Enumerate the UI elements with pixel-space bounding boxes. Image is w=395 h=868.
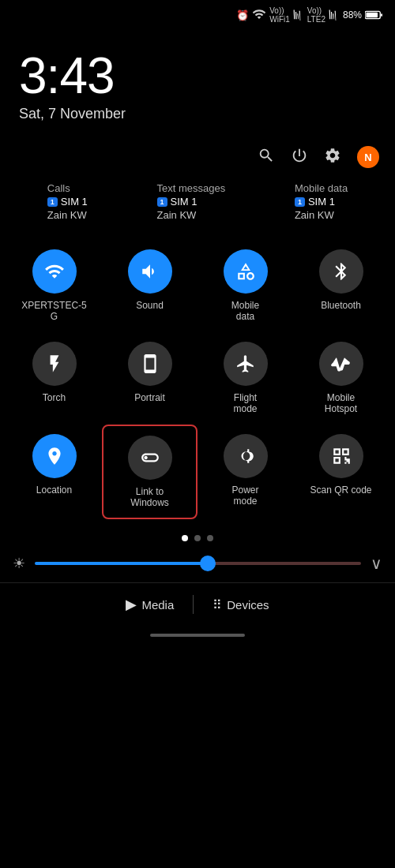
- svg-rect-2: [381, 13, 382, 17]
- text-label: Text messages: [157, 182, 226, 194]
- search-icon[interactable]: [258, 147, 275, 168]
- sim-data: Mobile data 1 SIM 1 Zain KW: [295, 182, 348, 221]
- brightness-low-icon: ☀: [13, 555, 25, 572]
- calls-sim-num: SIM 1: [61, 196, 88, 208]
- pagination-dots: [0, 526, 395, 548]
- dot-1[interactable]: [182, 535, 188, 541]
- signal2-icon: [329, 9, 340, 21]
- power-mode-label: Powermode: [231, 485, 258, 507]
- devices-label: Devices: [227, 598, 269, 612]
- brightness-expand-icon[interactable]: ∨: [371, 554, 382, 573]
- link-windows-circle: [128, 436, 172, 480]
- hotspot-circle: [319, 342, 363, 386]
- toggle-flight[interactable]: Flightmode: [198, 332, 293, 425]
- sound-label: Sound: [136, 300, 164, 311]
- bluetooth-label: Bluetooth: [321, 300, 361, 311]
- bluetooth-circle: [319, 249, 363, 294]
- calls-sim-badge: 1: [47, 197, 58, 207]
- signal1-label: Vo))WiFi1: [269, 6, 290, 24]
- time-section: 3:43 Sat, 7 November: [0, 27, 395, 138]
- calls-carrier: Zain KW: [47, 209, 87, 221]
- data-label: Mobile data: [295, 182, 348, 194]
- data-carrier: Zain KW: [295, 209, 334, 221]
- devices-icon: ⠿: [213, 597, 222, 612]
- toggle-power-mode[interactable]: Powermode: [198, 425, 293, 520]
- sim-calls: Calls 1 SIM 1 Zain KW: [47, 182, 88, 221]
- flight-circle: [224, 342, 268, 386]
- dot-3[interactable]: [207, 535, 213, 541]
- settings-icon[interactable]: [324, 147, 341, 168]
- toggles-grid: XPERTSTEC-5G Sound Mobiledata Bluetooth …: [0, 234, 395, 526]
- toggle-location[interactable]: Location: [6, 425, 102, 520]
- text-carrier: Zain KW: [157, 209, 197, 221]
- text-sim-num: SIM 1: [171, 196, 198, 208]
- torch-circle: [32, 342, 77, 386]
- mobile-data-label: Mobiledata: [231, 300, 259, 323]
- data-sim-badge: 1: [295, 197, 305, 207]
- media-button[interactable]: ▶ Media: [107, 593, 193, 616]
- signal2-label: Vo))LTE2: [307, 6, 325, 24]
- toggle-wifi[interactable]: XPERTSTEC-5G: [6, 240, 102, 332]
- location-circle: [32, 434, 77, 478]
- link-windows-label: Link toWindows: [130, 486, 169, 509]
- scan-qr-label: Scan QR code: [310, 485, 371, 496]
- qs-header: N: [0, 138, 395, 176]
- toggle-link-windows[interactable]: Link toWindows: [102, 425, 198, 520]
- devices-button[interactable]: ⠿ Devices: [194, 594, 288, 615]
- hotspot-label: MobileHotspot: [325, 392, 357, 415]
- alarm-icon: ⏰: [236, 9, 249, 21]
- torch-label: Torch: [43, 392, 66, 403]
- scan-qr-circle: [319, 434, 363, 478]
- toggle-scan-qr[interactable]: Scan QR code: [293, 425, 389, 520]
- text-sim-badge: 1: [157, 197, 167, 207]
- flight-label: Flightmode: [233, 392, 257, 415]
- toggle-sound[interactable]: Sound: [102, 240, 198, 332]
- toggle-bluetooth[interactable]: Bluetooth: [293, 240, 389, 332]
- data-sim-num: SIM 1: [308, 196, 335, 208]
- time-display: 3:43: [19, 51, 376, 101]
- wifi-label: XPERTSTEC-5G: [21, 300, 86, 323]
- sim-row: Calls 1 SIM 1 Zain KW Text messages 1 SI…: [0, 176, 395, 234]
- power-mode-circle: [224, 434, 268, 478]
- nav-bar: [0, 626, 395, 645]
- brightness-thumb[interactable]: [200, 556, 216, 571]
- media-label: Media: [141, 598, 174, 612]
- toggle-torch[interactable]: Torch: [6, 332, 102, 425]
- svg-rect-1: [366, 13, 378, 17]
- brightness-row: ☀ ∨: [0, 548, 395, 579]
- toggle-portrait[interactable]: Portrait: [102, 332, 198, 425]
- wifi-circle: [32, 249, 77, 294]
- status-bar: ⏰ Vo))WiFi1 Vo))LTE2 88%: [0, 0, 395, 27]
- location-label: Location: [36, 485, 72, 496]
- brightness-slider[interactable]: [35, 562, 361, 565]
- toggle-mobile-data[interactable]: Mobiledata: [198, 240, 293, 332]
- play-icon: ▶: [126, 596, 137, 613]
- notification-badge[interactable]: N: [357, 146, 379, 168]
- portrait-label: Portrait: [134, 392, 165, 403]
- sim-text: Text messages 1 SIM 1 Zain KW: [157, 182, 226, 221]
- calls-label: Calls: [47, 182, 70, 194]
- battery-icon: [365, 9, 382, 21]
- dot-2[interactable]: [194, 535, 201, 541]
- bottom-bar: ▶ Media ⠿ Devices: [0, 582, 395, 626]
- nav-pill: [150, 634, 245, 637]
- signal1-icon: [293, 9, 304, 21]
- toggle-hotspot[interactable]: MobileHotspot: [293, 332, 389, 425]
- wifi-icon: [252, 7, 266, 24]
- date-display: Sat, 7 November: [19, 106, 376, 122]
- portrait-circle: [128, 342, 172, 386]
- status-icons: ⏰ Vo))WiFi1 Vo))LTE2 88%: [236, 6, 382, 24]
- battery-label: 88%: [343, 9, 362, 21]
- sound-circle: [128, 249, 172, 294]
- mobile-data-circle: [224, 249, 268, 294]
- power-icon[interactable]: [291, 147, 308, 168]
